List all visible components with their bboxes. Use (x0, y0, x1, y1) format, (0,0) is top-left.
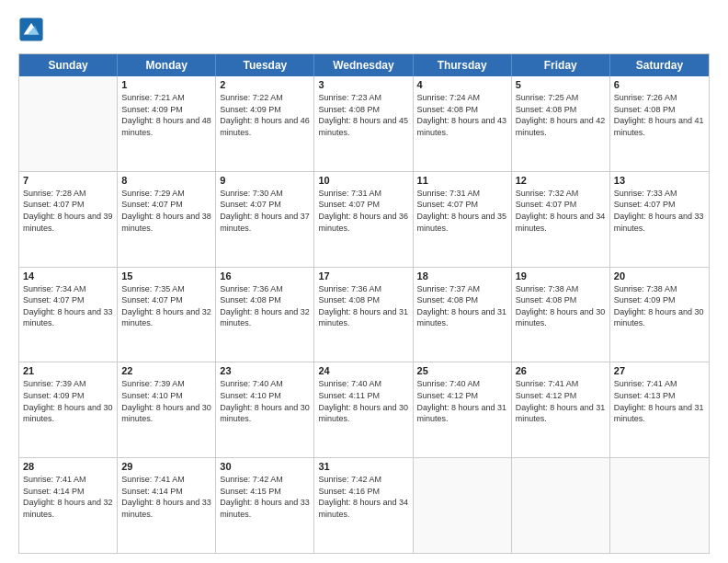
cal-cell: 1Sunrise: 7:21 AMSunset: 4:09 PMDaylight… (118, 76, 216, 171)
cell-info: Sunrise: 7:23 AMSunset: 4:08 PMDaylight:… (318, 92, 408, 138)
cell-info: Sunrise: 7:40 AMSunset: 4:11 PMDaylight:… (318, 378, 408, 424)
cell-info: Sunrise: 7:42 AMSunset: 4:15 PMDaylight:… (220, 474, 310, 520)
cal-cell (512, 458, 610, 553)
day-number: 21 (23, 365, 113, 376)
cal-cell: 11Sunrise: 7:31 AMSunset: 4:07 PMDayligh… (414, 172, 512, 267)
cell-info: Sunrise: 7:29 AMSunset: 4:07 PMDaylight:… (121, 188, 211, 234)
cal-cell: 23Sunrise: 7:40 AMSunset: 4:10 PMDayligh… (216, 362, 314, 457)
cal-header-day: Tuesday (216, 54, 314, 76)
day-number: 31 (318, 461, 408, 472)
logo (18, 17, 48, 42)
cell-info: Sunrise: 7:40 AMSunset: 4:12 PMDaylight:… (417, 378, 507, 424)
cal-cell: 28Sunrise: 7:41 AMSunset: 4:14 PMDayligh… (19, 458, 118, 553)
day-number: 29 (121, 461, 211, 472)
cell-info: Sunrise: 7:41 AMSunset: 4:14 PMDaylight:… (121, 474, 211, 520)
calendar: SundayMondayTuesdayWednesdayThursdayFrid… (18, 53, 710, 554)
cal-cell: 17Sunrise: 7:36 AMSunset: 4:08 PMDayligh… (314, 268, 413, 362)
day-number: 18 (417, 270, 507, 282)
day-number: 17 (318, 270, 408, 282)
cal-cell: 8Sunrise: 7:29 AMSunset: 4:07 PMDaylight… (118, 172, 216, 267)
cell-info: Sunrise: 7:41 AMSunset: 4:13 PMDaylight:… (614, 378, 705, 424)
cell-info: Sunrise: 7:41 AMSunset: 4:12 PMDaylight:… (516, 378, 606, 424)
cal-cell: 2Sunrise: 7:22 AMSunset: 4:09 PMDaylight… (216, 76, 314, 171)
cell-info: Sunrise: 7:33 AMSunset: 4:07 PMDaylight:… (614, 188, 705, 234)
cell-info: Sunrise: 7:38 AMSunset: 4:08 PMDaylight:… (516, 283, 606, 329)
cell-info: Sunrise: 7:42 AMSunset: 4:16 PMDaylight:… (318, 474, 408, 520)
cal-cell: 21Sunrise: 7:39 AMSunset: 4:09 PMDayligh… (19, 362, 118, 457)
cell-info: Sunrise: 7:21 AMSunset: 4:09 PMDaylight:… (121, 92, 211, 138)
cal-cell: 30Sunrise: 7:42 AMSunset: 4:15 PMDayligh… (216, 458, 314, 553)
cell-info: Sunrise: 7:40 AMSunset: 4:10 PMDaylight:… (220, 378, 310, 424)
cal-week-row: 1Sunrise: 7:21 AMSunset: 4:09 PMDaylight… (19, 76, 709, 172)
day-number: 8 (121, 175, 211, 186)
cal-cell: 19Sunrise: 7:38 AMSunset: 4:08 PMDayligh… (512, 268, 610, 362)
cal-cell: 3Sunrise: 7:23 AMSunset: 4:08 PMDaylight… (314, 76, 413, 171)
cal-header-day: Saturday (610, 54, 709, 76)
cal-cell: 15Sunrise: 7:35 AMSunset: 4:07 PMDayligh… (118, 268, 216, 362)
day-number: 16 (220, 270, 310, 282)
cell-info: Sunrise: 7:30 AMSunset: 4:07 PMDaylight:… (220, 188, 310, 234)
logo-icon (18, 17, 44, 42)
day-number: 3 (318, 79, 408, 90)
calendar-header: SundayMondayTuesdayWednesdayThursdayFrid… (19, 54, 709, 76)
cal-header-day: Monday (118, 54, 216, 76)
cal-header-day: Wednesday (314, 54, 413, 76)
day-number: 19 (516, 270, 606, 282)
day-number: 23 (220, 365, 310, 376)
day-number: 9 (220, 175, 310, 186)
cell-info: Sunrise: 7:22 AMSunset: 4:09 PMDaylight:… (220, 92, 310, 138)
cal-cell: 13Sunrise: 7:33 AMSunset: 4:07 PMDayligh… (610, 172, 709, 267)
day-number: 1 (121, 79, 211, 90)
cal-cell: 6Sunrise: 7:26 AMSunset: 4:08 PMDaylight… (610, 76, 709, 171)
cal-cell: 5Sunrise: 7:25 AMSunset: 4:08 PMDaylight… (512, 76, 610, 171)
cell-info: Sunrise: 7:39 AMSunset: 4:10 PMDaylight:… (121, 378, 211, 424)
cal-cell: 24Sunrise: 7:40 AMSunset: 4:11 PMDayligh… (314, 362, 413, 457)
cal-header-day: Thursday (414, 54, 512, 76)
cell-info: Sunrise: 7:25 AMSunset: 4:08 PMDaylight:… (516, 92, 606, 138)
day-number: 30 (220, 461, 310, 472)
cal-week-row: 21Sunrise: 7:39 AMSunset: 4:09 PMDayligh… (19, 362, 709, 458)
cell-info: Sunrise: 7:37 AMSunset: 4:08 PMDaylight:… (417, 283, 507, 329)
cal-cell: 22Sunrise: 7:39 AMSunset: 4:10 PMDayligh… (118, 362, 216, 457)
cell-info: Sunrise: 7:31 AMSunset: 4:07 PMDaylight:… (318, 188, 408, 234)
day-number: 2 (220, 79, 310, 90)
cal-week-row: 7Sunrise: 7:28 AMSunset: 4:07 PMDaylight… (19, 172, 709, 268)
cal-cell: 12Sunrise: 7:32 AMSunset: 4:07 PMDayligh… (512, 172, 610, 267)
cal-header-day: Sunday (19, 54, 118, 76)
cal-cell: 29Sunrise: 7:41 AMSunset: 4:14 PMDayligh… (118, 458, 216, 553)
day-number: 11 (417, 175, 507, 186)
day-number: 13 (614, 175, 705, 186)
cell-info: Sunrise: 7:24 AMSunset: 4:08 PMDaylight:… (417, 92, 507, 138)
cell-info: Sunrise: 7:31 AMSunset: 4:07 PMDaylight:… (417, 188, 507, 234)
day-number: 14 (23, 270, 113, 282)
calendar-body: 1Sunrise: 7:21 AMSunset: 4:09 PMDaylight… (19, 76, 709, 553)
cal-week-row: 28Sunrise: 7:41 AMSunset: 4:14 PMDayligh… (19, 458, 709, 553)
cal-cell: 14Sunrise: 7:34 AMSunset: 4:07 PMDayligh… (19, 268, 118, 362)
cal-cell: 31Sunrise: 7:42 AMSunset: 4:16 PMDayligh… (314, 458, 413, 553)
cell-info: Sunrise: 7:39 AMSunset: 4:09 PMDaylight:… (23, 378, 113, 424)
cal-cell: 16Sunrise: 7:36 AMSunset: 4:08 PMDayligh… (216, 268, 314, 362)
cal-cell: 27Sunrise: 7:41 AMSunset: 4:13 PMDayligh… (610, 362, 709, 457)
header (18, 17, 710, 42)
day-number: 4 (417, 79, 507, 90)
cell-info: Sunrise: 7:32 AMSunset: 4:07 PMDaylight:… (516, 188, 606, 234)
day-number: 22 (121, 365, 211, 376)
day-number: 26 (516, 365, 606, 376)
day-number: 5 (516, 79, 606, 90)
day-number: 24 (318, 365, 408, 376)
cal-cell (19, 76, 118, 171)
day-number: 20 (614, 270, 705, 282)
day-number: 28 (23, 461, 113, 472)
cell-info: Sunrise: 7:26 AMSunset: 4:08 PMDaylight:… (614, 92, 705, 138)
day-number: 15 (121, 270, 211, 282)
cal-cell: 7Sunrise: 7:28 AMSunset: 4:07 PMDaylight… (19, 172, 118, 267)
cal-cell (414, 458, 512, 553)
cell-info: Sunrise: 7:36 AMSunset: 4:08 PMDaylight:… (220, 283, 310, 329)
page: SundayMondayTuesdayWednesdayThursdayFrid… (0, 0, 728, 563)
cal-header-day: Friday (512, 54, 610, 76)
cal-week-row: 14Sunrise: 7:34 AMSunset: 4:07 PMDayligh… (19, 268, 709, 363)
cal-cell: 18Sunrise: 7:37 AMSunset: 4:08 PMDayligh… (414, 268, 512, 362)
cell-info: Sunrise: 7:36 AMSunset: 4:08 PMDaylight:… (318, 283, 408, 329)
cell-info: Sunrise: 7:34 AMSunset: 4:07 PMDaylight:… (23, 283, 113, 329)
cal-cell: 25Sunrise: 7:40 AMSunset: 4:12 PMDayligh… (414, 362, 512, 457)
